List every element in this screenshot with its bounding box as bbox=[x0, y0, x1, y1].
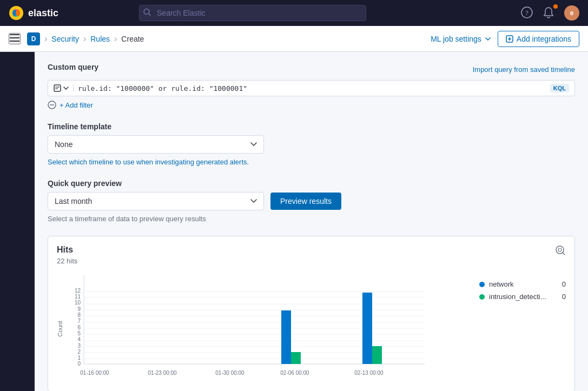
bar-intrusion-2 bbox=[372, 346, 382, 364]
query-text: rule.id: "1000000" or rule.id: "1000001" bbox=[78, 84, 546, 92]
breadcrumb: D › Security › Rules › Create bbox=[27, 32, 144, 45]
svg-line-6 bbox=[149, 14, 150, 16]
svg-text:5: 5 bbox=[77, 330, 81, 336]
preview-hint: Select a timeframe of data to preview qu… bbox=[48, 215, 575, 223]
legend-value-intrusion: 0 bbox=[562, 293, 566, 301]
chart-area: Count 0 1 2 3 4 5 6 7 8 9 10 11 bbox=[57, 269, 566, 383]
svg-text:8: 8 bbox=[77, 312, 81, 318]
timeline-template-section: Timeline template None Select which time… bbox=[48, 122, 575, 166]
svg-text:6: 6 bbox=[77, 324, 81, 330]
breadcrumb-sep-3: › bbox=[114, 34, 117, 44]
svg-text:12: 12 bbox=[75, 288, 81, 294]
custom-query-label: Custom query bbox=[48, 63, 98, 71]
navbar-right: ? e bbox=[521, 5, 579, 21]
bell-icon[interactable] bbox=[543, 6, 556, 19]
svg-text:3: 3 bbox=[77, 343, 81, 349]
svg-point-25 bbox=[558, 248, 561, 251]
legend-dot-intrusion bbox=[479, 294, 485, 300]
query-input-row: rule.id: "1000000" or rule.id: "1000001"… bbox=[48, 80, 575, 96]
svg-text:11: 11 bbox=[75, 294, 81, 300]
ml-settings-label: ML job settings bbox=[431, 35, 481, 43]
search-icon bbox=[143, 9, 151, 18]
add-filter-label: + Add filter bbox=[60, 101, 93, 109]
logo[interactable]: elastic bbox=[9, 5, 58, 21]
bar-intrusion-1 bbox=[291, 352, 301, 364]
svg-text:01-30 00:00: 01-30 00:00 bbox=[215, 370, 245, 376]
svg-text:?: ? bbox=[525, 9, 528, 17]
timeframe-value: Last month bbox=[55, 197, 92, 206]
svg-text:2: 2 bbox=[77, 349, 81, 355]
breadcrumb-security[interactable]: Security bbox=[51, 35, 79, 43]
timeline-template-description: Select which timeline to use when invest… bbox=[48, 158, 575, 166]
hamburger-button[interactable] bbox=[9, 33, 21, 44]
help-icon[interactable]: ? bbox=[521, 6, 534, 19]
breadcrumb-sep-2: › bbox=[83, 34, 86, 44]
svg-text:10: 10 bbox=[75, 300, 81, 306]
import-query-link[interactable]: Import query from saved timeline bbox=[473, 65, 575, 74]
svg-text:9: 9 bbox=[77, 306, 81, 312]
inspect-icon[interactable] bbox=[555, 245, 566, 257]
legend-item-network: network 0 bbox=[479, 280, 566, 288]
timeline-template-select[interactable]: None bbox=[48, 135, 264, 154]
timeline-template-label: Timeline template bbox=[48, 122, 575, 131]
svg-text:7: 7 bbox=[77, 318, 81, 324]
custom-query-header: Custom query Import query from saved tim… bbox=[48, 63, 575, 76]
quick-preview-section: Quick query preview Last month Preview r… bbox=[48, 179, 575, 223]
notification-badge bbox=[553, 4, 558, 9]
query-type-button[interactable] bbox=[54, 84, 74, 92]
hits-container: Hits 22 hits Count bbox=[48, 236, 575, 391]
logo-text: elastic bbox=[28, 8, 58, 19]
custom-query-section: Custom query Import query from saved tim… bbox=[48, 63, 575, 109]
search-bar bbox=[139, 5, 366, 21]
hits-title: Hits bbox=[57, 245, 77, 255]
svg-text:01-23 00:00: 01-23 00:00 bbox=[148, 370, 177, 376]
add-filter-row[interactable]: + Add filter bbox=[48, 101, 575, 109]
ml-settings-button[interactable]: ML job settings bbox=[431, 35, 491, 43]
preview-row: Last month Preview results bbox=[48, 192, 575, 210]
bar-network-2 bbox=[362, 293, 372, 364]
legend-value-network: 0 bbox=[562, 280, 566, 288]
svg-text:0: 0 bbox=[77, 361, 81, 367]
breadcrumb-badge: D bbox=[27, 32, 40, 45]
hits-count: 22 hits bbox=[57, 257, 77, 265]
hits-title-group: Hits 22 hits bbox=[57, 245, 77, 265]
add-integrations-label: Add integrations bbox=[517, 35, 571, 43]
chart-legend: network 0 intrusion_detecti... 0 bbox=[479, 269, 566, 301]
legend-dot-network bbox=[479, 282, 485, 287]
svg-line-24 bbox=[563, 253, 565, 255]
svg-point-4 bbox=[16, 10, 20, 16]
navbar: elastic ? e bbox=[0, 0, 588, 26]
svg-text:02-06 00:00: 02-06 00:00 bbox=[280, 370, 309, 376]
kql-badge: KQL bbox=[550, 84, 569, 92]
timeframe-select[interactable]: Last month bbox=[48, 192, 264, 210]
breadcrumb-rules[interactable]: Rules bbox=[90, 35, 110, 43]
bar-network-1 bbox=[281, 310, 291, 364]
elastic-logo-icon bbox=[9, 5, 24, 21]
quick-preview-label: Quick query preview bbox=[48, 179, 575, 188]
breadcrumb-sep-1: › bbox=[44, 34, 47, 44]
hits-chart: Count 0 1 2 3 4 5 6 7 8 9 10 11 bbox=[57, 269, 435, 383]
svg-text:02-13 00:00: 02-13 00:00 bbox=[354, 370, 384, 376]
svg-text:Count: Count bbox=[57, 321, 63, 336]
sidebar bbox=[0, 26, 35, 391]
breadcrumb-create: Create bbox=[121, 35, 144, 43]
chart-wrap: Count 0 1 2 3 4 5 6 7 8 9 10 11 bbox=[57, 269, 466, 383]
legend-label-network: network bbox=[489, 280, 558, 288]
user-avatar[interactable]: e bbox=[564, 5, 579, 21]
legend-label-intrusion: intrusion_detecti... bbox=[489, 293, 558, 301]
main-content: Custom query Import query from saved tim… bbox=[35, 52, 588, 391]
legend-item-intrusion: intrusion_detecti... 0 bbox=[479, 293, 566, 301]
navbar-actions: ML job settings Add integrations bbox=[431, 31, 579, 47]
svg-text:01-16 00:00: 01-16 00:00 bbox=[80, 370, 109, 376]
svg-rect-18 bbox=[54, 85, 61, 91]
breadcrumb-bar: D › Security › Rules › Create ML job set… bbox=[0, 26, 588, 52]
svg-text:1: 1 bbox=[77, 355, 81, 361]
timeline-template-value: None bbox=[55, 140, 72, 149]
search-input[interactable] bbox=[139, 5, 366, 21]
add-integrations-button[interactable]: Add integrations bbox=[498, 31, 579, 47]
svg-text:4: 4 bbox=[77, 336, 81, 342]
hits-header: Hits 22 hits bbox=[57, 245, 566, 265]
preview-results-button[interactable]: Preview results bbox=[270, 193, 341, 210]
